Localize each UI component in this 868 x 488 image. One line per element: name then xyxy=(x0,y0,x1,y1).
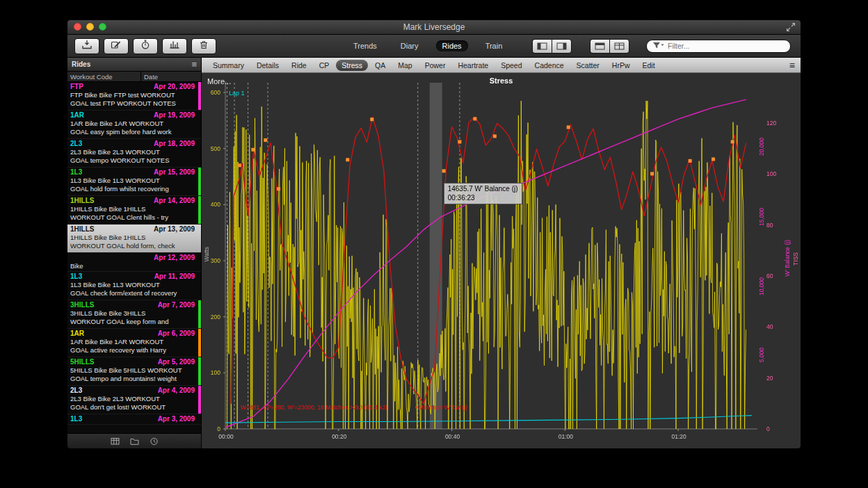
ride-list-item[interactable]: 5HILLS Apr 5, 2009 5HILLS Bike Bike 5HIL… xyxy=(67,357,201,386)
sidebar-header: Rides ≡ xyxy=(67,58,201,72)
ride-list-item[interactable]: 1L3 Apr 11, 2009 1L3 Bike Bike 1L3 WORKO… xyxy=(67,272,201,300)
ride-list-item[interactable]: 2L3 Apr 4, 2009 2L3 Bike Bike 2L3 WORKOU… xyxy=(67,386,201,414)
single-pane-button[interactable] xyxy=(590,39,609,54)
save-button[interactable] xyxy=(74,38,99,54)
split-pane-button[interactable] xyxy=(609,39,629,54)
filter-funnel-icon xyxy=(652,42,665,49)
tab-summary[interactable]: Summary xyxy=(207,60,250,71)
view-rides[interactable]: Rides xyxy=(436,40,468,51)
ride-list-item[interactable]: 1L3 Apr 15, 2009 1L3 Bike Bike 1L3 WORKO… xyxy=(67,168,201,196)
panel-left-icon xyxy=(537,42,547,50)
chart-title: Stress xyxy=(202,76,801,85)
tab-cadence[interactable]: Cadence xyxy=(529,60,570,71)
ride-list-item[interactable]: Apr 12, 2009 Bike xyxy=(67,253,201,272)
tooltip-value: 14635.7 W' Balance (j) xyxy=(448,185,518,194)
ride-code: 1AR xyxy=(70,330,158,338)
edit-button[interactable] xyxy=(104,38,129,54)
ride-list-item[interactable]: 1HILLS Apr 13, 2009 1HILLS Bike Bike 1HI… xyxy=(67,225,201,253)
tab-power[interactable]: Power xyxy=(419,60,451,71)
ride-desc-line2: GOAL tempo WORKOUT NOTES xyxy=(70,156,195,165)
grid-icon[interactable] xyxy=(111,437,120,446)
ride-list-item[interactable]: 1L3 Apr 3, 2009 xyxy=(67,414,201,425)
ride-list-item[interactable]: FTP Apr 20, 2009 FTP Bike Bike FTP test … xyxy=(67,82,201,111)
ride-date: Apr 7, 2009 xyxy=(158,301,195,309)
toggle-sidebar-right-button[interactable] xyxy=(552,39,572,54)
tab-map[interactable]: Map xyxy=(392,60,417,71)
view-switcher: TrendsDiaryRidesTrain xyxy=(347,40,508,51)
ride-date: Apr 20, 2009 xyxy=(154,83,195,91)
view-diary[interactable]: Diary xyxy=(394,40,425,51)
ride-code: FTP xyxy=(70,83,154,91)
ride-list[interactable]: FTP Apr 20, 2009 FTP Bike Bike FTP test … xyxy=(67,82,201,433)
ride-list-item[interactable]: 1AR Apr 6, 2009 1AR Bike Bike 1AR WORKOU… xyxy=(67,329,201,357)
ride-desc-line2: GOAL don't get lost! WORKOUT xyxy=(70,403,195,412)
ride-desc-line1: 1HILLS Bike Bike 1HILLS xyxy=(70,234,195,242)
cp-annotation-left: W=881, CP=280, W'=23000, 18 Matches >2kJ… xyxy=(241,404,387,411)
tiss-tick: 40 xyxy=(766,323,785,330)
tiss-tick: 100 xyxy=(766,170,785,177)
column-header-date[interactable]: Date xyxy=(141,73,201,81)
view-trends[interactable]: Trends xyxy=(347,40,383,51)
ride-code: 3HILLS xyxy=(70,301,158,309)
ride-code: 1AR xyxy=(70,111,154,120)
folder-icon[interactable] xyxy=(130,437,139,446)
ride-desc-line2: WORKOUT GOAL keep form and xyxy=(70,318,195,326)
ride-list-item[interactable]: 3HILLS Apr 7, 2009 3HILLS Bike Bike 3HIL… xyxy=(67,300,201,329)
tab-speed[interactable]: Speed xyxy=(495,60,527,71)
trash-button[interactable] xyxy=(191,38,216,54)
tooltip-time: 00:36:23 xyxy=(448,194,518,203)
cp-annotation: W=881, CP=280, W'=23000, 18 Matches >2kJ… xyxy=(241,404,467,411)
tab-stress[interactable]: Stress xyxy=(336,60,368,71)
watts-tick: 400 xyxy=(202,201,220,208)
view-train[interactable]: Train xyxy=(479,40,509,51)
wbal-axis-label: W' Balance (j) xyxy=(784,240,791,277)
tiss-tick: 80 xyxy=(766,222,785,229)
stopwatch-button[interactable] xyxy=(133,38,158,54)
time-tick: 01:20 xyxy=(667,433,691,440)
ride-list-item[interactable]: 1HILLS Apr 14, 2009 1HILLS Bike Bike 1HI… xyxy=(67,196,201,225)
tiss-axis-label: TISS xyxy=(792,252,799,266)
chart-menu-icon[interactable]: ≡ xyxy=(789,60,795,70)
ride-color-strip xyxy=(198,82,201,110)
panel-right-icon xyxy=(556,42,567,50)
tab-qa[interactable]: QA xyxy=(369,60,391,71)
ride-desc-line1: 2L3 Bike Bike 2L3 WORKOUT xyxy=(70,395,195,403)
tiss-tick: 20 xyxy=(766,375,785,382)
tab-edit[interactable]: Edit xyxy=(637,60,661,71)
ride-list-item[interactable]: 1AR Apr 19, 2009 1AR Bike Bike 1AR WORKO… xyxy=(67,111,201,139)
filter-input[interactable] xyxy=(646,40,791,53)
ride-desc-line1: 1HILLS Bike Bike 1HILLS xyxy=(70,205,195,213)
ride-code: 5HILLS xyxy=(70,358,158,366)
tab-ride[interactable]: Ride xyxy=(286,60,312,71)
fullscreen-icon[interactable] xyxy=(786,22,796,32)
intervals-button[interactable] xyxy=(162,38,187,54)
ride-date: Apr 6, 2009 xyxy=(158,330,195,338)
ride-code: 1HILLS xyxy=(70,197,154,205)
ride-desc-line1: 1AR Bike Bike 1AR WORKOUT xyxy=(70,120,195,128)
ride-desc-line2: WORKOUT GOAL Clent hills - try xyxy=(70,213,195,222)
column-header-workout-code[interactable]: Workout Code xyxy=(67,72,141,81)
ride-list-item[interactable]: 2L3 Apr 18, 2009 2L3 Bike Bike 2L3 WORKO… xyxy=(67,139,201,168)
clock-icon[interactable] xyxy=(150,437,159,446)
tab-hrpw[interactable]: HrPw xyxy=(606,60,636,71)
tab-heartrate[interactable]: Heartrate xyxy=(452,60,494,71)
intervals-icon xyxy=(169,40,180,52)
stress-chart-canvas[interactable] xyxy=(202,73,801,448)
time-tick: 00:20 xyxy=(328,433,351,440)
tab-details[interactable]: Details xyxy=(251,60,284,71)
tab-cp[interactable]: CP xyxy=(314,60,335,71)
ride-desc-line1: Bike xyxy=(70,262,195,270)
ride-desc-line1: 2L3 Bike Bike 2L3 WORKOUT xyxy=(70,148,195,156)
tab-scatter[interactable]: Scatter xyxy=(571,60,605,71)
sidebar-menu-icon[interactable]: ≡ xyxy=(191,60,197,69)
chart-tooltip: 14635.7 W' Balance (j) 00:36:23 xyxy=(444,183,522,204)
titlebar[interactable]: Mark Liversedge xyxy=(67,20,801,35)
wbal-tick: 15,000 xyxy=(758,208,765,226)
wbal-tick: 20,000 xyxy=(758,138,765,156)
ride-desc-line2: GOAL active recovery with Harry xyxy=(70,346,195,355)
app-window: Mark Liversedge TrendsDiaryRidesTrain xyxy=(67,19,801,449)
edit-icon xyxy=(111,40,122,52)
ride-code: 1L3 xyxy=(70,168,154,177)
ride-color-strip xyxy=(198,168,201,195)
toggle-sidebar-left-button[interactable] xyxy=(532,39,552,54)
